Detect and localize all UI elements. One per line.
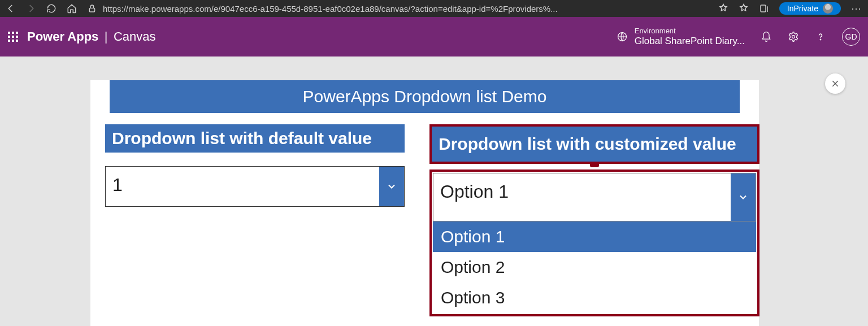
lock-icon <box>87 3 97 14</box>
forward-icon <box>26 3 36 14</box>
inprivate-label: InPrivate <box>787 4 818 13</box>
app-launcher-icon[interactable] <box>8 32 18 42</box>
environment-name: Global SharePoint Diary... <box>635 36 745 47</box>
left-section-label: Dropdown list with default value <box>105 124 405 153</box>
help-icon[interactable] <box>815 31 826 42</box>
left-column: Dropdown list with default value 1 <box>105 124 405 316</box>
selection-handle-icon[interactable] <box>590 162 599 167</box>
refresh-icon[interactable] <box>46 3 57 14</box>
address-bar[interactable]: https://make.powerapps.com/e/9047ecc6-a1… <box>87 3 708 14</box>
right-section-label[interactable]: Dropdown list with customized value <box>429 124 760 164</box>
collections-icon[interactable] <box>759 3 769 14</box>
user-initials: GD <box>845 32 857 41</box>
url-text: https://make.powerapps.com/e/9047ecc6-a1… <box>103 4 558 14</box>
dropdown-custom-container: Option 1 Option 1 Option 2 Option 3 <box>429 169 760 316</box>
product-name: Power Apps <box>27 29 98 44</box>
globe-icon <box>617 31 628 42</box>
environment-picker[interactable]: Environment Global SharePoint Diary... <box>617 27 745 47</box>
canvas: PowerApps Dropdown list Demo Dropdown li… <box>90 80 759 326</box>
settings-icon[interactable] <box>788 31 799 42</box>
svg-point-4 <box>820 39 821 40</box>
svg-rect-1 <box>761 5 766 12</box>
svg-rect-0 <box>89 8 94 12</box>
more-menu-icon[interactable]: ⋯ <box>851 2 862 15</box>
dropdown-options-list: Option 1 Option 2 Option 3 <box>433 221 756 313</box>
user-avatar[interactable]: GD <box>842 28 860 46</box>
dropdown-default[interactable]: 1 <box>105 166 405 207</box>
close-button[interactable] <box>825 73 845 94</box>
app-header: Power Apps | Canvas Environment Global S… <box>0 17 868 56</box>
dropdown-default-value: 1 <box>106 167 379 206</box>
profile-avatar-icon <box>823 3 833 14</box>
context-name: Canvas <box>114 29 156 44</box>
chevron-down-icon <box>731 173 756 221</box>
reading-list-icon[interactable] <box>718 3 728 14</box>
environment-label: Environment <box>635 27 745 36</box>
inprivate-badge[interactable]: InPrivate <box>779 2 841 15</box>
title-separator: | <box>105 29 108 44</box>
chevron-down-icon <box>379 167 404 206</box>
product-title-block: Power Apps | Canvas <box>27 29 156 44</box>
favorites-icon[interactable] <box>739 3 749 14</box>
dropdown-option[interactable]: Option 1 <box>433 221 756 252</box>
demo-title: PowerApps Dropdown list Demo <box>110 80 740 113</box>
stage: PowerApps Dropdown list Demo Dropdown li… <box>0 56 868 326</box>
notifications-icon[interactable] <box>761 31 772 42</box>
home-icon[interactable] <box>67 3 77 14</box>
dropdown-option[interactable]: Option 2 <box>433 252 756 282</box>
dropdown-custom[interactable]: Option 1 <box>433 173 756 221</box>
browser-chrome: https://make.powerapps.com/e/9047ecc6-a1… <box>0 0 868 17</box>
back-icon[interactable] <box>6 3 16 14</box>
dropdown-custom-value: Option 1 <box>433 173 731 221</box>
svg-point-3 <box>792 35 795 38</box>
right-column: Dropdown list with customized value Opti… <box>429 124 760 316</box>
dropdown-option[interactable]: Option 3 <box>433 282 756 313</box>
